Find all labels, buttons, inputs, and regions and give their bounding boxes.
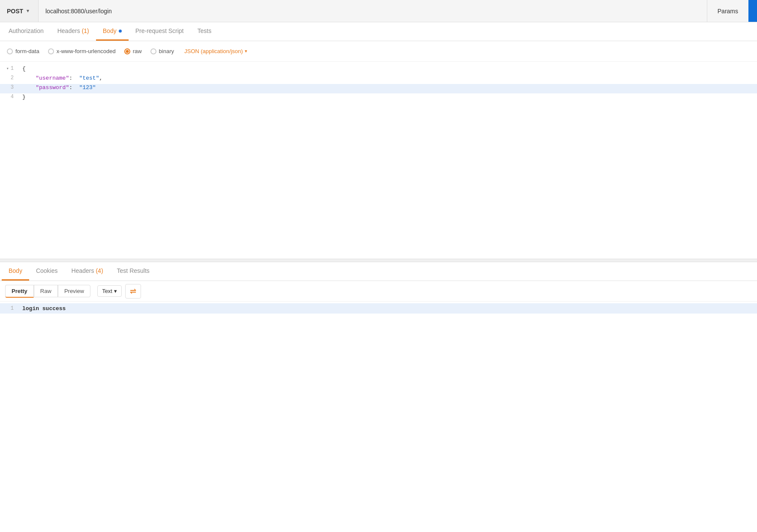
resp-headers-badge: (4) [96,267,103,274]
raw-view-button[interactable]: Raw [34,285,58,297]
url-bar: POST ▾ Params [0,0,757,22]
section-divider [0,259,757,262]
preview-view-button[interactable]: Preview [58,285,90,297]
form-data-label: form-data [15,48,39,54]
radio-raw [124,48,130,54]
line-number-4: 4 [0,94,21,100]
tab-body-label: Body [103,27,117,34]
urlencoded-label: x-www-form-urlencoded [57,48,116,54]
line-number-3: 3 [0,84,21,90]
resp-tab-body[interactable]: Body [2,262,29,281]
resp-tab-test-results-label: Test Results [117,267,150,274]
resp-tab-cookies[interactable]: Cookies [29,262,65,281]
body-type-raw[interactable]: raw [124,48,142,54]
pretty-view-button[interactable]: Pretty [5,285,34,298]
line-number-1: ▾ 1 [0,66,21,72]
params-button[interactable]: Params [707,0,748,22]
resp-tab-cookies-label: Cookies [36,267,58,274]
response-controls: Pretty Raw Preview Text ▾ ⇌ [0,281,757,302]
text-format-arrow-icon: ▾ [114,288,117,294]
word-wrap-icon: ⇌ [130,287,136,296]
code-content-1: { [21,66,757,72]
resp-line-1: 1 login success [0,303,757,314]
method-label: POST [7,8,23,15]
tab-authorization-label: Authorization [9,27,44,34]
radio-binary [150,48,156,54]
request-tabs: Authorization Headers (1) Body Pre-reque… [0,22,757,41]
json-type-label: JSON (application/json) [184,48,243,54]
radio-urlencoded [48,48,54,54]
tab-pre-request-script[interactable]: Pre-request Script [129,22,191,41]
body-type-form-data[interactable]: form-data [7,48,39,54]
code-line-2: 2 "username": "test", [0,75,757,84]
method-selector[interactable]: POST ▾ [0,0,39,22]
binary-label: binary [159,48,174,54]
body-type-urlencoded[interactable]: x-www-form-urlencoded [48,48,116,54]
tab-authorization[interactable]: Authorization [2,22,51,41]
tab-body[interactable]: Body [96,22,129,41]
code-line-4: 4 } [0,93,757,103]
body-type-binary[interactable]: binary [150,48,174,54]
resp-content-1: login success [21,305,757,312]
request-body-editor[interactable]: ▾ 1 { 2 "username": "test", 3 "password"… [0,62,757,259]
json-dropdown-arrow-icon: ▾ [245,48,247,54]
body-dot-icon [119,30,122,33]
method-chevron-icon: ▾ [27,8,29,14]
resp-tab-headers-label: Headers [72,267,94,274]
tab-pre-request-label: Pre-request Script [135,27,184,34]
radio-form-data [7,48,13,54]
response-tabs: Body Cookies Headers (4) Test Results [0,262,757,281]
body-type-selectors: form-data x-www-form-urlencoded raw bina… [0,41,757,62]
code-content-4: } [21,94,757,100]
tab-headers-label: Headers [57,27,80,34]
line-number-2: 2 [0,75,21,81]
resp-line-number-1: 1 [0,305,21,311]
code-line-1: ▾ 1 { [0,65,757,75]
text-format-dropdown[interactable]: Text ▾ [97,285,122,297]
code-content-2: "username": "test", [21,75,757,81]
resp-tab-test-results[interactable]: Test Results [110,262,156,281]
tab-tests[interactable]: Tests [191,22,219,41]
resp-tab-body-label: Body [9,267,22,274]
url-input[interactable] [39,8,707,15]
json-type-dropdown[interactable]: JSON (application/json) ▾ [184,48,247,54]
tab-tests-label: Tests [198,27,212,34]
response-body: 1 login success [0,302,757,315]
raw-label: raw [133,48,142,54]
code-line-3: 3 "password": "123" [0,84,757,93]
tab-headers[interactable]: Headers (1) [51,22,96,41]
word-wrap-button[interactable]: ⇌ [125,284,141,299]
headers-badge: (1) [82,27,89,34]
resp-tab-headers[interactable]: Headers (4) [65,262,110,281]
send-area [748,0,757,22]
fold-arrow-icon: ▾ [6,66,9,71]
code-content-3: "password": "123" [21,84,757,91]
text-format-label: Text [102,288,112,294]
